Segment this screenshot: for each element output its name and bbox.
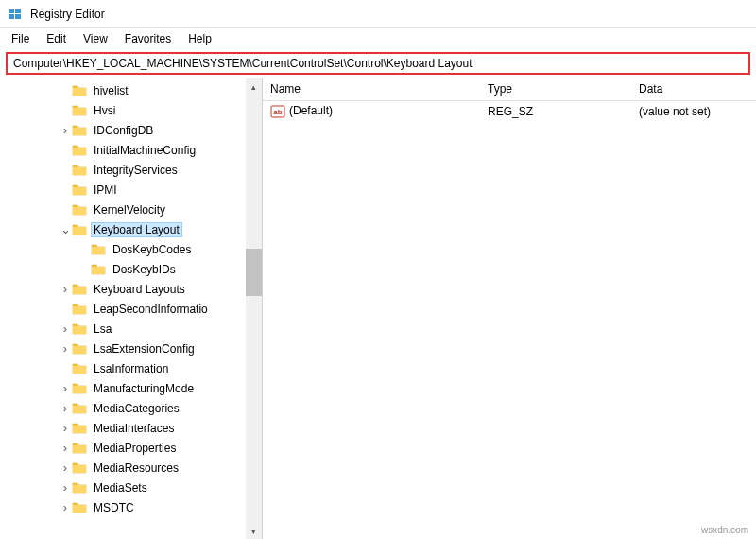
folder-icon: [72, 144, 87, 157]
window-title: Registry Editor: [30, 8, 105, 21]
tree-node-label: MediaInterfaces: [91, 421, 177, 436]
value-name: (Default): [289, 104, 333, 117]
tree-node-manufacturingmode[interactable]: ›ManufacturingMode: [19, 378, 262, 398]
tree-node-keyboard-layouts[interactable]: ›Keyboard Layouts: [19, 279, 262, 299]
tree-node-hivelist[interactable]: hivelist: [19, 80, 262, 100]
scroll-thumb[interactable]: [246, 249, 262, 296]
menu-help[interactable]: Help: [180, 30, 219, 47]
value-type: REG_SZ: [480, 103, 631, 120]
tree-node-label: DosKeybIDs: [110, 262, 179, 277]
expand-icon[interactable]: ›: [59, 341, 72, 356]
folder-icon: [72, 84, 87, 97]
expand-icon[interactable]: ›: [59, 480, 72, 495]
tree-node-kernelvelocity[interactable]: KernelVelocity: [19, 200, 262, 219]
tree-node-label: MediaResources: [91, 461, 181, 476]
tree-node-mediacategories[interactable]: ›MediaCategories: [19, 398, 262, 418]
tree-node-ipmi[interactable]: IPMI: [19, 180, 262, 200]
menu-bar: File Edit View Favorites Help: [0, 28, 756, 49]
string-value-icon: ab: [270, 104, 285, 119]
tree-node-lsainformation[interactable]: LsaInformation: [19, 358, 262, 378]
tree-node-label: LeapSecondInformatio: [91, 302, 211, 317]
tree-node-label: IDConfigDB: [91, 123, 156, 138]
folder-icon: [72, 322, 87, 336]
tree-node-doskeybcodes[interactable]: DosKeybCodes: [19, 239, 262, 259]
menu-view[interactable]: View: [76, 30, 115, 47]
title-bar: Registry Editor: [0, 0, 756, 28]
column-name[interactable]: Name: [263, 78, 480, 100]
scroll-up-icon[interactable]: ▴: [246, 78, 262, 95]
folder-icon: [72, 203, 87, 217]
expand-icon[interactable]: ›: [59, 421, 72, 435]
collapse-icon[interactable]: ⌄: [59, 222, 72, 236]
expand-icon[interactable]: ›: [59, 401, 72, 415]
expand-icon[interactable]: ›: [59, 322, 72, 336]
address-bar[interactable]: Computer\HKEY_LOCAL_MACHINE\SYSTEM\Curre…: [6, 52, 750, 75]
folder-icon: [72, 104, 87, 117]
tree-node-doskeybids[interactable]: DosKeybIDs: [19, 259, 262, 279]
folder-icon: [91, 243, 106, 256]
tree-node-keyboard-layout[interactable]: ⌄Keyboard Layout: [19, 219, 262, 239]
folder-icon: [72, 164, 87, 177]
tree-node-label: MediaCategories: [91, 401, 182, 416]
svg-rect-1: [15, 9, 21, 13]
tree-node-integrityservices[interactable]: IntegrityServices: [19, 160, 262, 180]
expand-icon[interactable]: ›: [59, 461, 72, 475]
tree-node-label: hivelist: [91, 83, 131, 98]
folder-icon: [72, 183, 87, 197]
folder-icon: [72, 342, 87, 356]
tree-node-label: KernelVelocity: [91, 202, 168, 217]
folder-icon: [72, 442, 87, 455]
address-bar-container: Computer\HKEY_LOCAL_MACHINE\SYSTEM\Curre…: [0, 49, 756, 78]
folder-icon: [72, 283, 87, 296]
folder-icon: [72, 481, 87, 495]
registry-tree[interactable]: hivelistHvsi›IDConfigDBInitialMachineCon…: [0, 78, 262, 519]
tree-node-hvsi[interactable]: Hvsi: [19, 100, 262, 120]
column-type[interactable]: Type: [480, 78, 631, 100]
menu-file[interactable]: File: [4, 30, 37, 47]
expand-icon[interactable]: ›: [59, 500, 72, 514]
tree-node-label: MSDTC: [91, 500, 137, 515]
folder-icon: [72, 402, 87, 415]
svg-rect-0: [9, 9, 14, 13]
tree-node-label: Keyboard Layouts: [91, 282, 188, 297]
value-data: (value not set): [631, 103, 756, 120]
svg-rect-2: [9, 14, 14, 19]
content-area: hivelistHvsi›IDConfigDBInitialMachineCon…: [0, 78, 756, 539]
tree-node-label: Lsa: [91, 322, 114, 337]
tree-node-mediaresources[interactable]: ›MediaResources: [19, 458, 262, 478]
folder-icon: [72, 223, 87, 236]
value-name-cell: ab (Default): [263, 102, 480, 121]
tree-node-mediainterfaces[interactable]: ›MediaInterfaces: [19, 418, 262, 438]
app-icon: [8, 7, 23, 22]
expand-icon[interactable]: ›: [59, 381, 72, 395]
tree-node-label: Keyboard Layout: [91, 222, 182, 237]
folder-icon: [72, 303, 87, 316]
tree-node-idconfigdb[interactable]: ›IDConfigDB: [19, 120, 262, 140]
expand-icon[interactable]: ›: [59, 282, 72, 296]
tree-node-initialmachineconfig[interactable]: InitialMachineConfig: [19, 140, 262, 160]
expand-icon[interactable]: ›: [59, 123, 72, 137]
folder-icon: [72, 422, 87, 435]
tree-node-label: Hvsi: [91, 103, 118, 118]
tree-node-label: IPMI: [91, 183, 120, 198]
tree-node-lsa[interactable]: ›Lsa: [19, 319, 262, 339]
value-row[interactable]: ab (Default) REG_SZ (value not set): [263, 101, 756, 122]
tree-node-mediasets[interactable]: ›MediaSets: [19, 478, 262, 497]
folder-icon: [72, 382, 87, 395]
tree-node-leapsecondinformatio[interactable]: LeapSecondInformatio: [19, 299, 262, 319]
address-path: Computer\HKEY_LOCAL_MACHINE\SYSTEM\Curre…: [13, 57, 472, 70]
tree-scrollbar[interactable]: ▴ ▾: [246, 78, 262, 539]
tree-node-label: InitialMachineConfig: [91, 143, 198, 158]
menu-favorites[interactable]: Favorites: [117, 30, 179, 47]
folder-icon: [72, 501, 87, 514]
expand-icon[interactable]: ›: [59, 441, 72, 455]
scroll-down-icon[interactable]: ▾: [246, 523, 262, 539]
folder-icon: [91, 263, 106, 276]
tree-panel: hivelistHvsi›IDConfigDBInitialMachineCon…: [0, 78, 263, 539]
menu-edit[interactable]: Edit: [39, 30, 74, 47]
tree-node-msdtc[interactable]: ›MSDTC: [19, 497, 262, 517]
tree-node-mediaproperties[interactable]: ›MediaProperties: [19, 438, 262, 458]
folder-icon: [72, 362, 87, 375]
tree-node-lsaextensionconfig[interactable]: ›LsaExtensionConfig: [19, 339, 262, 358]
column-data[interactable]: Data: [631, 78, 756, 100]
